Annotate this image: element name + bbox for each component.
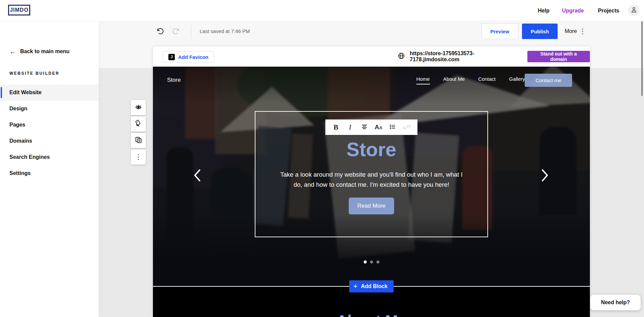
copy-icon bbox=[134, 136, 143, 145]
bullet-list-icon bbox=[389, 123, 396, 132]
link-icon bbox=[403, 123, 411, 132]
sidebar-menu: Edit Website Design Pages Domains Search… bbox=[0, 84, 99, 181]
site-nav-contact[interactable]: Contact bbox=[478, 76, 496, 84]
kebab-menu-icon bbox=[582, 29, 583, 34]
jimdo-logo[interactable]: JIMDO bbox=[8, 5, 30, 15]
projects-link[interactable]: Projects bbox=[598, 0, 619, 21]
add-block-label: Add Block bbox=[361, 283, 388, 289]
back-label: Back to main menu bbox=[20, 48, 70, 55]
list-button[interactable] bbox=[388, 122, 398, 132]
block-tools bbox=[131, 100, 146, 165]
help-link[interactable]: Help bbox=[538, 0, 550, 21]
sidebar-item-domains[interactable]: Domains bbox=[0, 133, 99, 149]
sidebar-item-edit-website[interactable]: Edit Website bbox=[0, 84, 99, 101]
hero-title[interactable]: Store bbox=[255, 138, 487, 161]
redo-icon bbox=[172, 27, 180, 36]
jimdo-website-builder: JIMDO Help Upgrade Projects Last saved bbox=[0, 0, 644, 317]
carousel-dot-1[interactable] bbox=[364, 260, 367, 263]
site-url-group: https://store-1759513573-7178.jimdosite.… bbox=[398, 46, 590, 67]
back-arrow-icon: ← bbox=[9, 48, 16, 55]
preview-button[interactable]: Preview bbox=[481, 24, 518, 39]
page-scrollbar[interactable] bbox=[641, 21, 643, 96]
sidebar-item-settings[interactable]: Settings bbox=[0, 165, 99, 181]
site-navbar: Store Home About Me Contact Gallery Cont… bbox=[153, 67, 590, 94]
eye-icon bbox=[134, 103, 143, 112]
align-button[interactable] bbox=[359, 122, 369, 132]
toolbar-divider bbox=[191, 26, 191, 38]
publish-button[interactable]: Publish bbox=[522, 24, 558, 39]
hero-body-text[interactable]: Take a look around my website and you'll… bbox=[277, 170, 466, 190]
block-more-button[interactable] bbox=[131, 149, 146, 165]
sidebar-item-search-engines[interactable]: Search Engines bbox=[0, 149, 99, 165]
style-swatches-icon bbox=[134, 119, 143, 129]
duplicate-block-button[interactable] bbox=[131, 133, 146, 148]
add-favicon-label: Add Favicon bbox=[178, 54, 208, 60]
account-avatar[interactable] bbox=[628, 5, 640, 16]
sidebar-section-title: WEBSITE BUILDER bbox=[9, 71, 59, 76]
site-hero-section: Store Home About Me Contact Gallery Cont… bbox=[153, 67, 590, 286]
bold-button[interactable]: B bbox=[331, 122, 341, 132]
redo-button[interactable] bbox=[171, 27, 181, 36]
plus-icon: + bbox=[353, 283, 358, 290]
carousel-next-button[interactable] bbox=[539, 168, 551, 184]
read-more-button[interactable]: Read More bbox=[349, 198, 394, 214]
site-nav-about-me[interactable]: About Me bbox=[443, 76, 465, 84]
add-favicon-button[interactable]: J Add Favicon bbox=[163, 51, 214, 63]
preview-block-button[interactable] bbox=[131, 100, 146, 115]
carousel-dots bbox=[153, 260, 590, 263]
website-preview-pane: J Add Favicon https://store-1759513573-7… bbox=[153, 46, 590, 317]
builder-sidebar: ← Back to main menu WEBSITE BUILDER Edit… bbox=[0, 21, 99, 317]
site-url[interactable]: https://store-1759513573-7178.jimdosite.… bbox=[410, 50, 519, 63]
last-saved-status: Last saved at 7:46 PM bbox=[200, 28, 250, 34]
undo-button[interactable] bbox=[155, 27, 165, 36]
about-me-title[interactable]: About Me bbox=[153, 312, 590, 317]
site-brand[interactable]: Store bbox=[167, 77, 181, 83]
hero-edit-frame[interactable]: B I AA bbox=[255, 111, 488, 237]
more-button[interactable]: More bbox=[565, 24, 583, 39]
domain-upsell-button[interactable]: Stand out with a domain bbox=[527, 51, 590, 62]
link-button[interactable] bbox=[402, 122, 412, 132]
site-nav-links: Home About Me Contact Gallery bbox=[416, 76, 525, 84]
text-format-toolbar: B I AA bbox=[325, 119, 417, 135]
font-button[interactable]: AA bbox=[373, 122, 384, 132]
carousel-dot-3[interactable] bbox=[376, 260, 379, 263]
need-help-button[interactable]: Need help? bbox=[590, 295, 641, 310]
site-nav-gallery[interactable]: Gallery bbox=[509, 76, 525, 84]
favicon-placeholder-icon: J bbox=[168, 54, 175, 60]
undo-icon bbox=[156, 27, 164, 36]
user-icon bbox=[630, 6, 638, 15]
sidebar-item-pages[interactable]: Pages bbox=[0, 117, 99, 133]
globe-icon bbox=[398, 52, 405, 61]
align-center-icon bbox=[361, 123, 368, 132]
contact-me-button[interactable]: Contact me bbox=[525, 74, 572, 87]
sidebar-item-design[interactable]: Design bbox=[0, 101, 99, 117]
app-header: JIMDO Help Upgrade Projects bbox=[0, 0, 644, 21]
carousel-dot-2[interactable] bbox=[370, 260, 373, 263]
more-label: More bbox=[565, 28, 577, 34]
italic-button[interactable]: I bbox=[345, 122, 355, 132]
kebab-menu-icon bbox=[138, 154, 139, 160]
back-to-main-menu[interactable]: ← Back to main menu bbox=[9, 48, 70, 55]
site-address-bar: J Add Favicon https://store-1759513573-7… bbox=[153, 46, 590, 67]
block-style-button[interactable] bbox=[131, 116, 146, 132]
site-nav-home[interactable]: Home bbox=[416, 76, 430, 84]
add-block-button[interactable]: + Add Block bbox=[349, 280, 394, 292]
upgrade-link[interactable]: Upgrade bbox=[562, 0, 584, 21]
carousel-prev-button[interactable] bbox=[191, 168, 203, 184]
